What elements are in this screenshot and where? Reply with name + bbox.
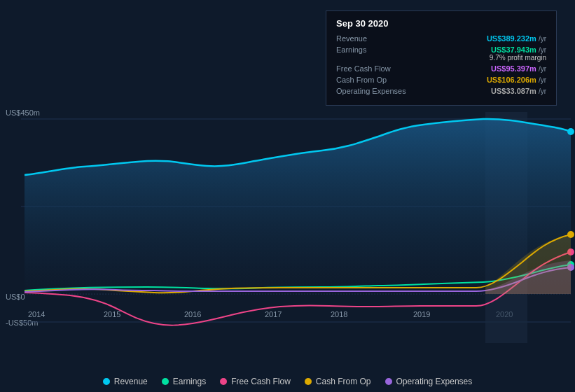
legend-dot-fcf bbox=[220, 378, 227, 385]
legend-item-opex[interactable]: Operating Expenses bbox=[385, 377, 473, 386]
tooltip-value-fcf: US$95.397m /yr bbox=[427, 64, 546, 73]
tooltip-value-opex: US$33.087m /yr bbox=[427, 87, 546, 95]
legend-dot-opex bbox=[385, 378, 392, 385]
legend-label-revenue: Revenue bbox=[114, 377, 148, 386]
tooltip-value-earnings: US$37.943m /yr 9.7% profit margin bbox=[427, 46, 546, 62]
tooltip-row-opex: Operating Expenses US$33.087m /yr bbox=[336, 87, 546, 95]
legend-item-earnings[interactable]: Earnings bbox=[162, 377, 206, 386]
svg-point-6 bbox=[567, 128, 574, 135]
tooltip-value-revenue: US$389.232m /yr bbox=[427, 34, 546, 43]
tooltip-row-cashfromop: Cash From Op US$106.206m /yr bbox=[336, 76, 546, 84]
legend: Revenue Earnings Free Cash Flow Cash Fro… bbox=[0, 377, 575, 386]
tooltip-label-earnings: Earnings bbox=[336, 46, 427, 54]
legend-dot-earnings bbox=[162, 378, 169, 385]
legend-dot-revenue bbox=[103, 378, 110, 385]
tooltip-row-fcf: Free Cash Flow US$95.397m /yr bbox=[336, 64, 546, 73]
legend-label-fcf: Free Cash Flow bbox=[231, 377, 291, 386]
tooltip-row-revenue: Revenue US$389.232m /yr bbox=[336, 34, 546, 43]
legend-item-revenue[interactable]: Revenue bbox=[103, 377, 148, 386]
legend-item-fcf[interactable]: Free Cash Flow bbox=[220, 377, 291, 386]
tooltip-label-fcf: Free Cash Flow bbox=[336, 64, 427, 73]
tooltip-row-earnings: Earnings US$37.943m /yr 9.7% profit marg… bbox=[336, 46, 546, 62]
legend-item-cashfromop[interactable]: Cash From Op bbox=[305, 377, 371, 386]
tooltip-box: Sep 30 2020 Revenue US$389.232m /yr Earn… bbox=[326, 10, 557, 106]
legend-label-opex: Operating Expenses bbox=[396, 377, 473, 386]
legend-label-cashfromop: Cash From Op bbox=[316, 377, 371, 386]
legend-dot-cashfromop bbox=[305, 378, 312, 385]
tooltip-value-cashfromop: US$106.206m /yr bbox=[427, 76, 546, 84]
tooltip-label-cashfromop: Cash From Op bbox=[336, 76, 427, 84]
tooltip-title: Sep 30 2020 bbox=[336, 18, 546, 29]
tooltip-label-opex: Operating Expenses bbox=[336, 87, 427, 95]
tooltip-label-revenue: Revenue bbox=[336, 34, 427, 43]
legend-label-earnings: Earnings bbox=[173, 377, 206, 386]
